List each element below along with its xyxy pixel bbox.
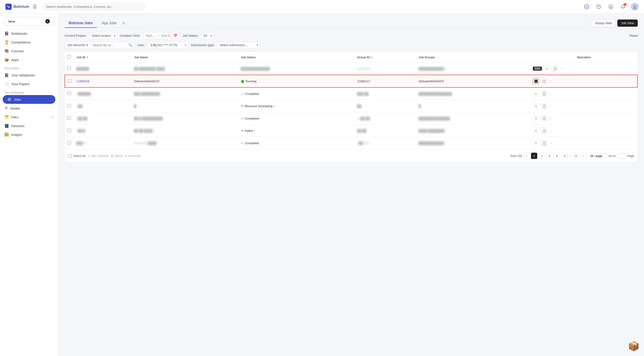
- tab-bohrium-jobs[interactable]: Bohrium Jobs: [64, 19, 97, 28]
- sidebar-item-nodes[interactable]: Nodes: [0, 104, 58, 113]
- more-options-icon[interactable]: ···: [549, 79, 552, 83]
- job-id-sort-icon[interactable]: ⇅: [86, 56, 88, 59]
- logs-button[interactable]: 📋: [541, 128, 547, 134]
- sidebar-item-jobs[interactable]: ⚙️ Jobs: [3, 95, 56, 104]
- job-status-label: Job Status:: [182, 34, 198, 38]
- page-3-button[interactable]: 3: [546, 153, 552, 159]
- group-id-sort-icon[interactable]: ⇅: [370, 56, 372, 59]
- ai-assistant-button[interactable]: [582, 3, 591, 11]
- reset-button[interactable]: Reset: [630, 34, 638, 38]
- nodes-icon: [4, 106, 8, 110]
- terminate-button[interactable]: ⊘ Terminate: [125, 154, 141, 158]
- page-2-button[interactable]: 2: [538, 153, 545, 159]
- copy-button[interactable]: ⧉: [533, 90, 539, 97]
- row-checkbox[interactable]: [68, 66, 71, 70]
- logs-button[interactable]: 📋: [541, 103, 547, 109]
- copy-button[interactable]: ⧉: [533, 140, 539, 146]
- copy-button[interactable]: ⧉: [533, 128, 539, 134]
- sidebar-item-your-notebooks[interactable]: 📓 Your Notebooks: [0, 71, 58, 80]
- profile-link[interactable]: ›: [19, 67, 20, 70]
- current-project-select[interactable]: Select project: [89, 32, 117, 39]
- logs-button[interactable]: 📋: [541, 78, 547, 84]
- job-view-button[interactable]: Job View: [617, 20, 638, 27]
- status-badge: ✕ Failed ℹ: [241, 129, 255, 132]
- select-all-header-checkbox[interactable]: [68, 55, 71, 58]
- notification-badge: 1: [624, 3, 626, 6]
- row-checkbox[interactable]: [68, 129, 71, 132]
- mascot-icon[interactable]: 📦: [628, 340, 640, 352]
- sidebar-item-images[interactable]: 🖼️ Images: [0, 130, 58, 139]
- job-id-cell[interactable]: 11965918: [76, 80, 90, 83]
- sidebar-item-courses[interactable]: 📚 Courses: [0, 47, 58, 55]
- sidebar-item-notebooks[interactable]: 📓 Notebooks: [0, 29, 58, 38]
- logs-button[interactable]: 📋: [541, 140, 547, 146]
- prev-page-button[interactable]: ‹: [523, 153, 530, 159]
- sidebar: New + 📓 Notebooks 🏆 Competitions 📚 Cours…: [0, 14, 58, 356]
- tab-app-jobs[interactable]: App Jobs: [98, 19, 121, 28]
- group-id-cell: 11██ ██2: [357, 117, 371, 120]
- sidebar-item-files[interactable]: 🗂️ Files ↗: [0, 113, 58, 122]
- more-options-icon[interactable]: ···: [549, 141, 552, 145]
- page-5-button[interactable]: 5: [562, 153, 568, 159]
- row-checkbox[interactable]: [68, 104, 71, 108]
- refresh-icon[interactable]: ↻: [122, 21, 125, 25]
- col-job-status: Job Status: [238, 52, 354, 62]
- page-8-button[interactable]: 8: [573, 153, 579, 159]
- go-to-page-input[interactable]: [617, 153, 626, 159]
- ssh-badge[interactable]: SSH: [533, 66, 542, 70]
- job-name-search-input[interactable]: [90, 42, 126, 48]
- view-buttons: Group View Job View: [592, 20, 638, 27]
- new-button[interactable]: New +: [4, 17, 54, 26]
- global-search-input[interactable]: [42, 3, 145, 10]
- date-range-picker[interactable]: Start ... → End d... 📅: [143, 32, 180, 39]
- row-checkbox[interactable]: [68, 79, 71, 82]
- user-select[interactable]: 王毅(181 **** 6775): [148, 42, 188, 48]
- next-page-button[interactable]: ›: [580, 153, 587, 159]
- more-options-icon[interactable]: ···: [549, 104, 552, 108]
- row-checkbox[interactable]: [68, 141, 71, 144]
- job-name-id-label[interactable]: Job Name/ID ▾: [65, 42, 90, 48]
- row-checkbox[interactable]: [68, 116, 71, 120]
- sidebar-item-datasets[interactable]: 🗄️ Datasets: [0, 122, 58, 130]
- status-badge: ✓ Completed: [241, 141, 259, 145]
- notifications-button[interactable]: 1: [619, 3, 627, 11]
- page-4-button[interactable]: 4: [554, 153, 560, 159]
- sidebar-item-apps[interactable]: 📦 Apps: [0, 55, 58, 64]
- job-status-select-wrap: All: [201, 32, 214, 39]
- pagination-bar: Select All 0 Jobs Selected 🗑 Delete ⊘ Te…: [64, 149, 638, 162]
- more-options-icon[interactable]: ···: [560, 66, 564, 70]
- hamburger-icon[interactable]: ☰: [33, 4, 37, 10]
- job-status-select[interactable]: All: [201, 32, 214, 39]
- table-row: 1██ ... █ ⟳ Resource Scheduling ℹ ██ ...…: [65, 100, 638, 112]
- download-button[interactable]: [607, 3, 615, 11]
- logs-button[interactable]: 📋: [552, 66, 558, 72]
- per-page-select[interactable]: 20 / page: [588, 153, 607, 159]
- select-all-checkbox[interactable]: [68, 154, 72, 158]
- more-options-icon[interactable]: ···: [549, 92, 552, 96]
- competitions-icon: 🏆: [4, 40, 9, 44]
- jobs-table: Job ID ⇅ Job Name Job Status Group ID ⇅ …: [64, 52, 638, 149]
- terminal-button[interactable]: ⬛: [533, 78, 539, 84]
- copy-button[interactable]: ⧉: [544, 66, 550, 72]
- copy-button[interactable]: ⧉: [533, 103, 539, 109]
- logs-button[interactable]: 📋: [541, 90, 547, 97]
- more-options-icon[interactable]: ···: [549, 116, 552, 120]
- notebooks-icon: 📓: [4, 32, 9, 36]
- job-name-search-icon[interactable]: 🔍: [126, 42, 134, 48]
- user-avatar[interactable]: [631, 3, 638, 10]
- copy-button[interactable]: ⧉: [533, 115, 539, 122]
- sidebar-item-competitions[interactable]: 🏆 Competitions: [0, 38, 58, 47]
- row-checkbox[interactable]: [68, 92, 71, 95]
- group-id-cell: ███ ██: [357, 92, 368, 96]
- submission-type-select[interactable]: Select submission ...: [217, 42, 260, 48]
- group-view-button[interactable]: Group View: [592, 20, 616, 27]
- page-1-button[interactable]: 1: [531, 153, 537, 159]
- more-options-icon[interactable]: ···: [549, 129, 552, 133]
- job-groups-cell: ████████████████: [419, 92, 452, 96]
- col-group-id: Group ID ⇅: [354, 52, 416, 62]
- help-button[interactable]: [595, 3, 603, 11]
- sidebar-item-your-papers[interactable]: 📄 Your Papers: [0, 80, 58, 88]
- delete-button[interactable]: 🗑 Delete: [110, 154, 123, 158]
- main-content: Bohrium Jobs App Jobs ↻ Group View Job V…: [58, 14, 644, 356]
- logs-button[interactable]: 📋: [541, 115, 547, 122]
